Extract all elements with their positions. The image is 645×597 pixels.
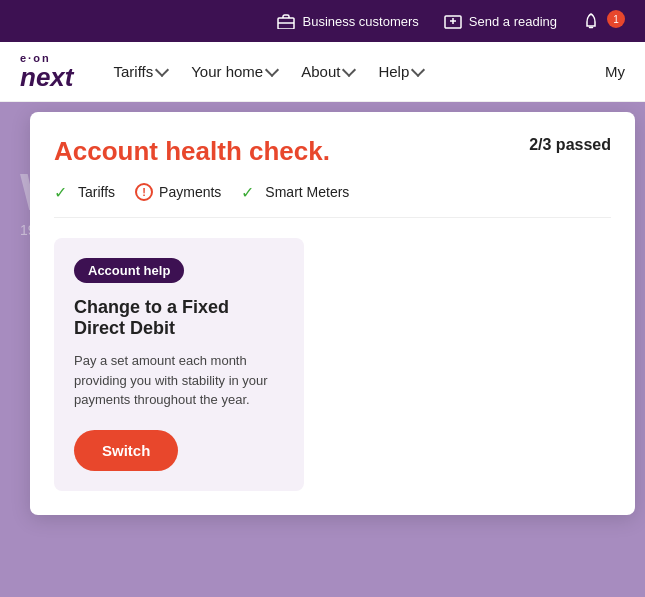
card-title: Change to a Fixed Direct Debit (74, 297, 284, 339)
nav-your-home[interactable]: Your home (191, 63, 277, 80)
chevron-down-icon (411, 63, 425, 77)
check-icon: ✓ (54, 183, 72, 201)
notification-bell[interactable]: 1 (581, 11, 625, 31)
chevron-down-icon (265, 63, 279, 77)
nav-about[interactable]: About (301, 63, 354, 80)
nav-help-label: Help (378, 63, 409, 80)
nav-tariffs[interactable]: Tariffs (113, 63, 167, 80)
send-reading-link[interactable]: Send a reading (443, 11, 557, 31)
logo[interactable]: e·on next (20, 53, 73, 90)
tariffs-label: Tariffs (78, 184, 115, 200)
bell-icon (581, 11, 601, 31)
smart-meters-label: Smart Meters (265, 184, 349, 200)
check-icon: ✓ (241, 183, 259, 201)
payments-label: Payments (159, 184, 221, 200)
nav-my-label: My (605, 63, 625, 80)
chevron-down-icon (342, 63, 356, 77)
status-row: ✓ Tariffs ! Payments ✓ Smart Meters (54, 183, 611, 218)
nav-about-label: About (301, 63, 340, 80)
top-bar: Business customers Send a reading 1 (0, 0, 645, 42)
card-badge: Account help (74, 258, 184, 283)
chevron-down-icon (155, 63, 169, 77)
card-body: Pay a set amount each month providing yo… (74, 351, 284, 410)
modal-passed: 2/3 passed (529, 136, 611, 154)
nav-tariffs-label: Tariffs (113, 63, 153, 80)
notification-count: 1 (607, 10, 625, 28)
main-nav: e·on next Tariffs Your home About Help M… (0, 42, 645, 102)
page-background: Wo 192 G Ac t paym payme ment is s after… (0, 102, 645, 597)
nav-your-home-label: Your home (191, 63, 263, 80)
nav-my[interactable]: My (605, 63, 625, 80)
business-customers-label: Business customers (302, 14, 418, 29)
switch-button[interactable]: Switch (74, 430, 178, 471)
nav-help[interactable]: Help (378, 63, 423, 80)
business-customers-link[interactable]: Business customers (276, 11, 418, 31)
recommendation-card: Account help Change to a Fixed Direct De… (54, 238, 304, 491)
send-reading-label: Send a reading (469, 14, 557, 29)
modal-title: Account health check. (54, 136, 330, 167)
modal-header: Account health check. 2/3 passed (54, 136, 611, 167)
tariffs-status: ✓ Tariffs (54, 183, 115, 201)
briefcase-icon (276, 11, 296, 31)
payments-status: ! Payments (135, 183, 221, 201)
meter-icon (443, 11, 463, 31)
smart-meters-status: ✓ Smart Meters (241, 183, 349, 201)
warning-icon: ! (135, 183, 153, 201)
account-health-modal: Account health check. 2/3 passed ✓ Tarif… (30, 112, 635, 515)
logo-next: next (20, 64, 73, 90)
